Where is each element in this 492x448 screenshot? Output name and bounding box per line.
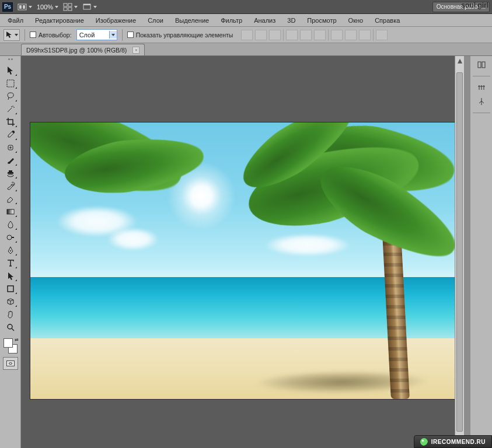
menu-bar: Файл Редактирование Изображение Слои Выд… — [0, 14, 492, 27]
image-content — [30, 123, 455, 399]
svg-rect-18 — [478, 62, 481, 68]
chevron-down-icon — [15, 34, 18, 36]
separator — [283, 29, 284, 41]
svg-point-15 — [10, 250, 11, 251]
screen-mode-button[interactable] — [82, 3, 97, 11]
chevron-down-icon — [29, 6, 32, 8]
type-tool[interactable] — [3, 257, 18, 270]
blur-tool[interactable] — [3, 218, 18, 231]
menu-view[interactable]: Просмотр — [302, 15, 341, 26]
history-brush-tool[interactable] — [3, 180, 18, 192]
lasso-tool[interactable] — [3, 90, 18, 103]
hand-tool[interactable] — [3, 308, 18, 321]
color-swatches[interactable]: ⇄ — [2, 337, 19, 355]
chevron-down-icon — [55, 6, 58, 8]
svg-rect-2 — [23, 5, 25, 9]
menu-window[interactable]: Окно — [343, 15, 369, 26]
current-tool-preset[interactable] — [4, 29, 20, 41]
site-watermark-label: IRECOMMEND.RU — [431, 439, 486, 445]
svg-point-12 — [8, 174, 13, 177]
menu-file[interactable]: Файл — [2, 15, 29, 26]
move-tool[interactable] — [3, 64, 18, 77]
separator — [373, 29, 374, 41]
tools-panel: ⇄ — [0, 56, 21, 448]
menu-select[interactable]: Выделение — [170, 15, 214, 26]
svg-rect-13 — [7, 209, 14, 214]
svg-rect-19 — [482, 62, 485, 68]
document-canvas[interactable] — [30, 123, 455, 399]
path-selection-tool[interactable] — [3, 270, 18, 282]
eraser-tool[interactable] — [3, 192, 18, 205]
align-vcenter-button[interactable] — [255, 30, 267, 40]
align-bottom-button[interactable] — [269, 30, 281, 40]
vertical-scrollbar[interactable]: ▴ ▾ — [455, 56, 464, 448]
workspace: ⇄ ▴ — [0, 56, 492, 448]
svg-rect-16 — [8, 286, 13, 292]
foreground-color-swatch[interactable] — [4, 338, 13, 348]
gradient-tool[interactable] — [3, 205, 18, 218]
pen-tool[interactable] — [3, 244, 18, 257]
align-hcenter-button[interactable] — [300, 30, 312, 40]
scroll-up-arrow[interactable]: ▴ — [455, 56, 464, 64]
arrange-documents-button[interactable] — [63, 3, 78, 11]
panel-grip[interactable] — [2, 58, 19, 63]
menu-analysis[interactable]: Анализ — [249, 15, 281, 26]
shape-tool[interactable] — [3, 282, 18, 295]
auto-select-checkbox[interactable] — [30, 32, 36, 38]
auto-select-option[interactable]: Автовыбор: — [30, 32, 72, 38]
eyedropper-tool[interactable] — [3, 128, 18, 141]
distribute-vcenter-button[interactable] — [345, 30, 357, 40]
svg-rect-9 — [7, 80, 14, 87]
close-tab-button[interactable]: × — [132, 47, 139, 54]
chevron-down-icon — [109, 31, 117, 38]
marquee-tool[interactable] — [3, 77, 18, 90]
menu-layer[interactable]: Слои — [142, 15, 169, 26]
history-panel-icon[interactable] — [474, 58, 489, 71]
quick-mask-button[interactable] — [3, 357, 18, 370]
magic-wand-tool[interactable] — [3, 103, 18, 116]
show-transform-controls-checkbox[interactable] — [127, 32, 134, 38]
show-transform-controls-option[interactable]: Показать управляющие элементы — [127, 32, 233, 38]
align-left-button[interactable] — [286, 30, 298, 40]
separator — [25, 29, 25, 41]
site-watermark: IRECOMMEND.RU — [414, 435, 492, 448]
zoom-value: 100% — [37, 4, 53, 10]
swap-colors-icon[interactable]: ⇄ — [15, 337, 19, 342]
auto-select-target-dropdown[interactable]: Слой — [76, 29, 117, 40]
zoom-level-control[interactable]: 100% — [37, 4, 58, 10]
svg-rect-5 — [64, 8, 67, 10]
svg-rect-3 — [64, 4, 67, 6]
align-top-button[interactable] — [241, 30, 253, 40]
auto-align-button[interactable] — [376, 30, 388, 40]
zoom-tool[interactable] — [3, 321, 18, 334]
align-buttons-group — [241, 29, 388, 41]
character-panel-icon[interactable] — [474, 81, 489, 94]
brush-tool[interactable] — [3, 154, 18, 167]
clone-stamp-tool[interactable] — [3, 167, 18, 180]
document-tab-label: D99hxS1SDP8.jpg @ 100% (RGB/8) — [26, 47, 127, 54]
canvas-area[interactable] — [21, 56, 455, 448]
svg-point-14 — [7, 235, 12, 240]
auto-select-value: Слой — [79, 32, 95, 38]
menu-help[interactable]: Справка — [369, 15, 405, 26]
document-tab[interactable]: D99hxS1SDP8.jpg @ 100% (RGB/8) × — [21, 44, 145, 55]
crop-tool[interactable] — [3, 116, 18, 128]
distribute-top-button[interactable] — [331, 30, 343, 40]
healing-brush-tool[interactable] — [3, 141, 18, 154]
options-bar: Автовыбор: Слой Показать управляющие эле… — [0, 27, 492, 43]
menu-image[interactable]: Изображение — [90, 15, 141, 26]
svg-point-10 — [12, 131, 15, 133]
paragraph-panel-icon[interactable] — [474, 95, 489, 108]
align-right-button[interactable] — [314, 30, 326, 40]
menu-3d[interactable]: 3D — [282, 15, 301, 26]
distribute-bottom-button[interactable] — [359, 30, 371, 40]
menu-edit[interactable]: Редактирование — [30, 15, 89, 26]
menu-filter[interactable]: Фильтр — [215, 15, 247, 26]
scroll-thumb[interactable] — [456, 72, 463, 432]
chevron-down-icon — [74, 6, 78, 8]
separator — [328, 29, 329, 41]
launch-bridge-button[interactable] — [18, 3, 32, 11]
dodge-tool[interactable] — [3, 231, 18, 244]
3d-tool[interactable] — [3, 295, 18, 308]
dock-divider[interactable] — [464, 56, 470, 448]
